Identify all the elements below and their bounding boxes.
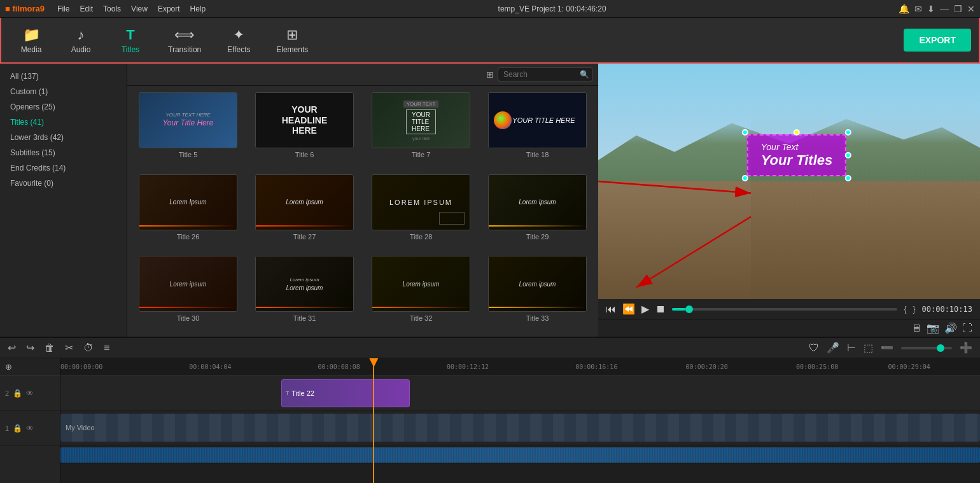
toolbar-transition[interactable]: ⟺ Transition	[158, 23, 211, 58]
title-card-28[interactable]: LOREM IPSUM Title 28	[363, 171, 479, 253]
menu-help[interactable]: Help	[190, 4, 206, 13]
track-1-lock[interactable]: 🔒	[13, 424, 22, 433]
audio-adjust-button[interactable]: ≡	[104, 342, 109, 354]
sidebar-all[interactable]: All (137)	[0, 69, 127, 84]
clip-title-22[interactable]: T Title 22	[281, 379, 410, 407]
volume-icon[interactable]: 🔊	[944, 322, 957, 334]
download-icon[interactable]: ⬇	[927, 4, 935, 14]
camera-icon[interactable]: 📷	[927, 322, 939, 334]
sidebar-lower3rds[interactable]: Lower 3rds (42)	[0, 130, 127, 145]
title-card-31[interactable]: Lorem ipsum Lorem ipsum Title 31	[246, 252, 363, 334]
close-button[interactable]: ✕	[967, 4, 975, 14]
sidebar: All (137) Custom (1) Openers (25) Titles…	[0, 64, 127, 337]
menu-view[interactable]: View	[131, 4, 148, 13]
title-card-32[interactable]: Lorem ipsum Title 32	[363, 252, 479, 334]
clip-video-label: My Video	[66, 424, 95, 431]
track-label-2: 2 🔒 👁	[0, 376, 60, 411]
title-card-29[interactable]: Lorem Ipsum Title 29	[479, 171, 596, 253]
minus-icon[interactable]: ➖	[881, 342, 893, 354]
grid-view-icon[interactable]: ⊞	[486, 69, 494, 80]
ruler-mark-7: 00:00:29:04	[888, 363, 930, 370]
import-icon[interactable]: ⬚	[864, 342, 873, 354]
export-button[interactable]: EXPORT	[904, 29, 971, 52]
window-title: temp_VE Project 1: 00:04:46:20	[206, 4, 899, 13]
toolbar-audio[interactable]: ♪ Audio	[59, 23, 103, 58]
handle-tl[interactable]	[742, 129, 748, 136]
play-button[interactable]: ▶	[641, 303, 649, 315]
bracket-right[interactable]: }	[913, 305, 916, 314]
effects-icon: ✦	[233, 27, 244, 43]
mail-icon[interactable]: ✉	[914, 4, 922, 14]
main-area: All (137) Custom (1) Openers (25) Titles…	[0, 64, 980, 337]
toolbar-transition-label: Transition	[168, 45, 201, 54]
title-card-33[interactable]: Lorem ipsum Title 33	[479, 252, 596, 334]
split-icon[interactable]: ⊢	[847, 342, 856, 354]
cut-button[interactable]: ✂	[65, 342, 73, 354]
add-track-button[interactable]: ⊕	[5, 362, 12, 372]
window-controls: 🔔 ✉ ⬇ — ❐ ✕	[899, 4, 975, 14]
sidebar-titles[interactable]: Titles (41)	[0, 115, 127, 130]
sidebar-favourite[interactable]: Favourite (0)	[0, 176, 127, 191]
track-2-lock[interactable]: 🔒	[13, 389, 22, 398]
bracket-left[interactable]: {	[904, 305, 906, 314]
track-2-eye[interactable]: 👁	[26, 389, 34, 398]
title-label-6: Title 6	[295, 151, 314, 158]
menu-export[interactable]: Export	[158, 4, 180, 13]
plus-icon[interactable]: ➕	[960, 342, 972, 354]
playhead[interactable]	[373, 358, 374, 483]
clip-video-1[interactable]: My Video	[60, 414, 980, 442]
redo-button[interactable]: ↪	[26, 342, 34, 354]
skip-back-button[interactable]: ⏮	[606, 304, 616, 315]
minimize-button[interactable]: —	[940, 4, 949, 14]
notify-icon[interactable]: 🔔	[899, 4, 909, 14]
title-card-6[interactable]: YOURHEADLINEHERE Title 6	[246, 88, 363, 171]
sidebar-endcredits[interactable]: End Credits (14)	[0, 160, 127, 176]
audio-icon: ♪	[78, 27, 85, 43]
fullscreen-icon[interactable]: ⛶	[962, 322, 972, 334]
timeline-area: ↩ ↪ 🗑 ✂ ⏱ ≡ 🛡 🎤 ⊢ ⬚ ➖ ➕ ⊕ 2 🔒	[0, 337, 980, 483]
title-card-5[interactable]: YOUR TEXT HERE Your Title Here Title 5	[130, 88, 246, 171]
menu-edit[interactable]: Edit	[80, 4, 93, 13]
title-label-27: Title 27	[293, 233, 316, 241]
stop-button[interactable]: ⏹	[655, 304, 666, 315]
sidebar-subtitles[interactable]: Subtitles (15)	[0, 145, 127, 160]
transition-icon: ⟺	[174, 27, 195, 43]
step-back-button[interactable]: ⏪	[622, 303, 635, 315]
toolbar-titles[interactable]: T Titles	[108, 23, 153, 58]
title-thumb-32: Lorem ipsum	[372, 256, 470, 312]
timeline-body: ⊕ 2 🔒 👁 1 🔒 👁 00:00:00:00 00:00:04:04 00…	[0, 358, 980, 483]
title-label-7: Title 7	[412, 151, 431, 158]
speed-button[interactable]: ⏱	[83, 342, 94, 354]
timeline-toolbar-right: 🛡 🎤 ⊢ ⬚ ➖ ➕	[809, 342, 972, 354]
toolbar-elements[interactable]: ⊞ Elements	[266, 23, 318, 58]
title-card-30[interactable]: Lorem ipsum Title 30	[130, 252, 246, 334]
delete-button[interactable]: 🗑	[45, 342, 55, 354]
menu-file[interactable]: File	[57, 4, 69, 13]
sidebar-openers[interactable]: Openers (25)	[0, 99, 127, 115]
search-input[interactable]	[503, 70, 580, 79]
menu-tools[interactable]: Tools	[103, 4, 121, 13]
toolbar-media[interactable]: 📁 Media	[9, 23, 53, 58]
title-card-27[interactable]: Lorem Ipsum Title 27	[246, 171, 363, 253]
overlay-text1: Your Text	[761, 142, 832, 152]
preview-video: Your Text Your Titles	[598, 64, 980, 299]
handle-bl[interactable]	[742, 175, 748, 181]
toolbar-titles-label: Titles	[122, 45, 139, 54]
title-card-26[interactable]: Lorem Ipsum Title 26	[130, 171, 246, 253]
progress-bar[interactable]	[672, 308, 897, 311]
monitor-icon[interactable]: 🖥	[911, 322, 921, 334]
undo-button[interactable]: ↩	[8, 342, 16, 354]
title-thumb-33: Lorem ipsum	[488, 256, 587, 312]
zoom-slider[interactable]	[901, 347, 952, 349]
title-label-31: Title 31	[293, 314, 316, 322]
track-1-eye[interactable]: 👁	[26, 424, 34, 433]
title-card-7[interactable]: YOUR TEXT YOURTITLEHERE your text Title …	[363, 88, 479, 171]
maximize-button[interactable]: ❐	[954, 4, 962, 14]
title-card-18[interactable]: YOUR TITLE HERE Title 18	[479, 88, 596, 171]
sidebar-custom[interactable]: Custom (1)	[0, 84, 127, 99]
mic-icon[interactable]: 🎤	[827, 342, 839, 354]
shield-icon[interactable]: 🛡	[809, 342, 819, 354]
toolbar: 📁 Media ♪ Audio T Titles ⟺ Transition ✦ …	[0, 18, 980, 64]
toolbar-effects[interactable]: ✦ Effects	[216, 23, 261, 58]
overlay-text2: Your Titles	[761, 152, 832, 169]
